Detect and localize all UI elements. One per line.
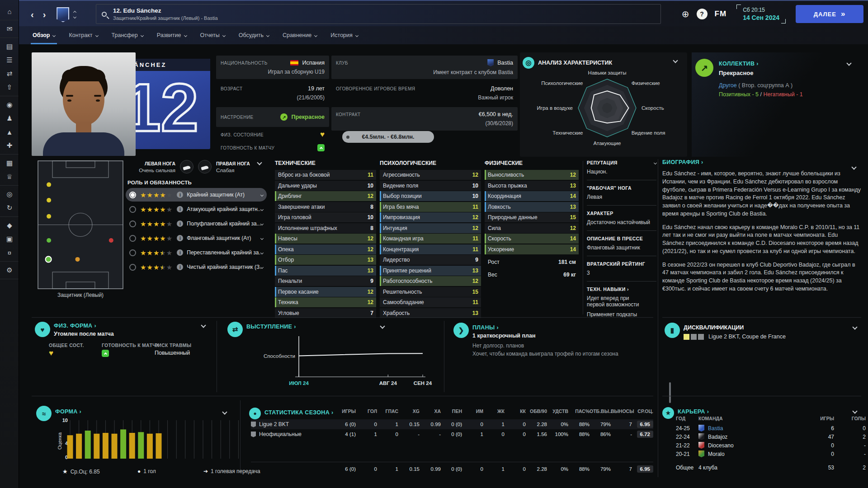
star-icon: ★	[160, 235, 165, 242]
sidebar-job-centre-icon[interactable]: ▣	[0, 232, 19, 246]
biography-collapse-icon[interactable]	[851, 164, 856, 169]
team-name[interactable]: Badajoz	[708, 434, 727, 440]
role-radio[interactable]	[129, 264, 136, 271]
role-radio[interactable]	[129, 206, 136, 213]
biography-paragraph-2: В сезоне 2022/23 он перешел в клуб Club …	[662, 261, 861, 293]
role-radio[interactable]	[129, 249, 136, 256]
attribute-name: Ускорение	[488, 246, 570, 253]
form-title[interactable]: ФОРМА›	[55, 408, 81, 415]
sidebar-staff-icon[interactable]: ♟	[0, 112, 19, 125]
nav-back-button[interactable]: ‹	[26, 9, 38, 20]
svg-text:Видение поля: Видение поля	[632, 130, 665, 136]
fitness-collapse-icon[interactable]	[201, 323, 206, 328]
info-icon[interactable]: i	[177, 264, 183, 270]
social-group-link[interactable]: Другое	[719, 82, 737, 89]
sidebar-transfers-icon[interactable]: ⇄	[0, 67, 19, 80]
career-title[interactable]: КАРЬЕРА›	[678, 408, 709, 415]
club-badge-icon[interactable]	[57, 7, 69, 22]
sidebar-home-icon[interactable]: ⌂	[0, 5, 19, 18]
help-button[interactable]: ?	[697, 9, 708, 19]
role-row-0[interactable]: ★★★★★iКрайний защитник (Ат)	[126, 188, 267, 202]
attribute-name: Природные данные	[488, 214, 570, 221]
attribute-value: 12	[570, 225, 576, 231]
sidebar-club-vision-icon[interactable]: ◉	[0, 98, 19, 112]
info-icon[interactable]: i	[177, 221, 183, 227]
role-row-1[interactable]: ★★★★★iАтакующий крайний защитн...	[126, 202, 267, 216]
tab-transfer[interactable]: Трансфер	[112, 26, 143, 44]
sidebar-training-icon[interactable]: ⇧	[0, 80, 19, 94]
traits-scrollbar[interactable]	[669, 382, 671, 403]
tab-contract[interactable]: Контракт	[69, 26, 98, 44]
tab-history[interactable]: История	[330, 26, 358, 44]
chevron-down-icon[interactable]	[260, 222, 264, 225]
position-dot-green[interactable]	[47, 238, 51, 243]
chevron-down-icon[interactable]	[260, 207, 264, 211]
sidebar-finances-icon[interactable]: ¤	[0, 246, 19, 259]
sidebar-tactics-icon[interactable]: ☰	[0, 53, 19, 67]
tab-comparison[interactable]: Сравнение	[283, 26, 317, 44]
position-dot-yellow[interactable]	[47, 214, 51, 219]
player-search-box[interactable]: 12. Edu Sánchez Защитник/Крайний защитни…	[96, 4, 661, 24]
nav-forward-button[interactable]: ›	[38, 9, 51, 20]
sidebar-schedule-icon[interactable]: ▦	[0, 156, 19, 170]
sidebar-competitions-icon[interactable]: ♕	[0, 170, 19, 183]
position-dot-orange[interactable]	[75, 257, 80, 262]
fitness-title[interactable]: ФИЗ. ФОРМА›	[54, 323, 96, 329]
role-star-rating: ★★★★★	[140, 235, 172, 242]
star-icon: ★	[153, 221, 159, 227]
continue-button[interactable]: ДАЛЕЕ»	[796, 5, 863, 23]
sidebar-inbox-icon[interactable]: ✉	[0, 22, 19, 36]
sidebar-scouting-icon[interactable]: ◎	[0, 188, 19, 201]
role-row-4[interactable]: ★★★★★★iПереставленный крайний за...	[126, 246, 267, 259]
role-star-rating: ★★★★★★	[140, 249, 172, 256]
form-collapse-icon[interactable]	[222, 409, 227, 414]
sidebar-youth-icon[interactable]: ▲	[0, 125, 19, 139]
sidebar-medical-centre-icon[interactable]: ✚	[0, 139, 19, 152]
sidebar-dev-centre-icon[interactable]: ⚙	[0, 263, 19, 277]
chevron-down-icon[interactable]	[654, 161, 657, 164]
chevron-down-icon[interactable]	[260, 236, 264, 239]
performance-collapse-icon[interactable]	[380, 324, 385, 328]
team-name[interactable]: Moralo	[708, 451, 725, 457]
info-icon[interactable]: i	[177, 235, 183, 241]
transfer-value-tag[interactable]: €4.5млн. - €6.8млн.	[342, 131, 434, 143]
role-row-2[interactable]: ★★★★★iПолуфланговый крайний за...	[126, 217, 267, 230]
tab-development[interactable]: Развитие	[157, 26, 187, 44]
role-row-3[interactable]: ★★★★★iФланговый защитник (Ат)	[126, 231, 267, 245]
sidebar-data-hub-icon[interactable]: ↻	[0, 201, 19, 215]
tab-overview[interactable]: Обзор	[33, 26, 55, 44]
suspensions-collapse-icon[interactable]	[852, 324, 857, 329]
role-radio[interactable]	[129, 221, 136, 227]
team-name[interactable]: Diocesano	[708, 442, 734, 449]
biography-title[interactable]: БИОГРАФИЯ›	[662, 159, 861, 165]
tab-discuss[interactable]: Обсудить	[239, 26, 269, 44]
role-radio[interactable]	[129, 192, 136, 198]
sidebar-squad-icon[interactable]: ▤	[0, 40, 19, 53]
tab-reports[interactable]: Отчеты	[200, 26, 225, 44]
attribute-analysis-collapse-icon[interactable]	[673, 58, 678, 63]
competition-name[interactable]: Неофициальные	[251, 431, 335, 437]
info-icon[interactable]: i	[177, 249, 183, 256]
position-dot-yellow[interactable]	[47, 183, 51, 187]
team-name[interactable]: Bastia	[708, 425, 723, 432]
position-dot-green[interactable]	[46, 256, 52, 262]
divider	[587, 205, 656, 206]
career-collapse-icon[interactable]	[852, 408, 857, 413]
sidebar-club-info-icon[interactable]: ◆	[0, 219, 19, 232]
info-icon[interactable]: i	[177, 206, 183, 212]
role-row-5[interactable]: ★★★★★★iЧистый крайний защитник (З...	[126, 260, 267, 274]
world-icon[interactable]: ⊕	[682, 9, 689, 19]
chevron-down-icon[interactable]	[260, 265, 264, 268]
player-cycle-buttons[interactable]	[74, 11, 76, 18]
collective-collapse-icon[interactable]	[846, 61, 851, 66]
collective-title[interactable]: КОЛЛЕКТИВ›	[719, 61, 759, 67]
chevron-down-icon[interactable]	[260, 193, 264, 196]
role-radio[interactable]	[129, 235, 136, 242]
position-dot-red[interactable]	[109, 238, 113, 243]
position-dot-yellow[interactable]	[47, 198, 51, 202]
attribute-name: Пенальти	[278, 278, 370, 284]
competition-name[interactable]: Ligue 2 BKT	[251, 421, 335, 427]
plans-title[interactable]: ПЛАНЫ›	[472, 324, 499, 331]
chevron-down-icon[interactable]	[260, 251, 264, 254]
info-icon[interactable]: i	[177, 192, 183, 198]
